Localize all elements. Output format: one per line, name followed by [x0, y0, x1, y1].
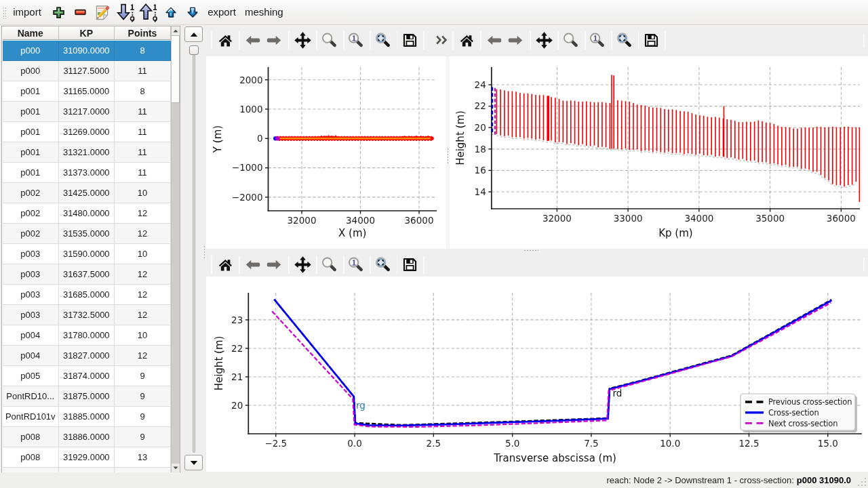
cell-points[interactable]: 9: [115, 366, 171, 386]
zoom-fit-button[interactable]: [373, 30, 392, 49]
cell-points[interactable]: 11: [115, 102, 171, 122]
move-down-button[interactable]: [185, 0, 200, 24]
table-row[interactable]: p00331637.500012: [3, 264, 171, 285]
cell-name[interactable]: p008: [3, 447, 59, 468]
cell-kp[interactable]: 31732.5000: [59, 305, 115, 325]
export-menu[interactable]: export: [207, 0, 237, 24]
table-row[interactable]: p00531874.00009: [3, 366, 171, 386]
zoom-fit-button[interactable]: [373, 255, 392, 274]
table-row[interactable]: p00031127.500011: [3, 61, 171, 81]
zoom-fit-button[interactable]: [614, 30, 633, 49]
toolbar-drag-handle[interactable]: [3, 7, 7, 19]
cell-kp[interactable]: 31535.0000: [59, 224, 115, 244]
cell-kp[interactable]: 31637.5000: [59, 264, 115, 285]
cell-points[interactable]: 12: [115, 264, 171, 285]
pan-button[interactable]: [293, 255, 312, 274]
zoom-button[interactable]: [319, 255, 338, 274]
cell-name[interactable]: PontRD10...: [3, 386, 59, 407]
table-row[interactable]: PontRD101v31885.00009: [3, 407, 171, 427]
save-button[interactable]: [400, 30, 419, 49]
cell-name[interactable]: p002: [3, 183, 59, 203]
save-button[interactable]: [642, 30, 660, 49]
move-up-button[interactable]: [163, 0, 178, 24]
cell-name[interactable]: p008: [3, 427, 59, 447]
table-row[interactable]: p00131321.000011: [3, 142, 171, 163]
table-row[interactable]: p00331590.000010: [3, 244, 171, 264]
cell-kp[interactable]: 31780.0000: [59, 325, 115, 346]
table-row[interactable]: p00831886.00009: [3, 427, 171, 447]
fig-profile-canvas[interactable]: 3200033000340003500036000141618202224Kp …: [450, 56, 868, 249]
table-row[interactable]: p00831929.000013: [3, 447, 171, 468]
cell-kp[interactable]: 31827.0000: [59, 346, 115, 366]
cross-section-slider-handle[interactable]: [189, 45, 199, 55]
forward-button[interactable]: [506, 30, 525, 49]
cell-points[interactable]: 10: [115, 325, 171, 346]
cell-points[interactable]: 11: [115, 163, 171, 183]
table-row[interactable]: p00231425.000010: [3, 183, 171, 203]
home-button[interactable]: [216, 255, 235, 274]
fig-cross-canvas[interactable]: −2.50.02.55.07.510.012.515.020212223Tran…: [206, 277, 868, 472]
cell-name[interactable]: p003: [3, 264, 59, 285]
table-row[interactable]: p00131165.00008: [3, 81, 171, 102]
cell-points[interactable]: 8: [115, 41, 171, 61]
cell-name[interactable]: p004: [3, 346, 59, 366]
scroll-up-button[interactable]: [172, 26, 180, 35]
table-row[interactable]: PontRD10...31875.00009: [3, 386, 171, 407]
cell-kp[interactable]: 31217.0000: [59, 102, 115, 122]
zoom-one-button[interactable]: [588, 30, 607, 49]
table-row[interactable]: p00231480.000012: [3, 203, 171, 224]
zoom-button[interactable]: [319, 30, 338, 49]
zoom-one-button[interactable]: [347, 255, 366, 274]
column-header-name[interactable]: Name: [3, 26, 59, 40]
cell-kp[interactable]: 31875.0000: [59, 386, 115, 407]
window-resize-grip[interactable]: [857, 477, 867, 487]
cell-kp[interactable]: 31929.0000: [59, 447, 115, 468]
home-button[interactable]: [216, 30, 235, 49]
cell-name[interactable]: p003: [3, 244, 59, 264]
cell-points[interactable]: 12: [115, 224, 171, 244]
cell-points[interactable]: 12: [115, 305, 171, 325]
sort-descending-button[interactable]: [117, 0, 134, 24]
cell-kp[interactable]: 31425.0000: [59, 183, 115, 203]
cell-kp[interactable]: 31885.0000: [59, 407, 115, 427]
pan-button[interactable]: [534, 30, 553, 49]
cell-name[interactable]: p002: [3, 203, 59, 224]
cell-points[interactable]: 9: [115, 427, 171, 447]
cell-points[interactable]: 13: [115, 447, 171, 468]
zoom-button[interactable]: [561, 30, 580, 49]
cell-name[interactable]: p001: [3, 81, 59, 102]
scrollbar-thumb[interactable]: [172, 35, 180, 103]
table-row[interactable]: p00131217.000011: [3, 102, 171, 122]
back-button[interactable]: [243, 255, 262, 274]
table-row[interactable]: p00431827.000012: [3, 346, 171, 366]
cell-kp[interactable]: 31127.5000: [59, 61, 115, 81]
table-row[interactable]: p00131373.000011: [3, 163, 171, 183]
cell-name[interactable]: p004: [3, 325, 59, 346]
cell-name[interactable]: p001: [3, 163, 59, 183]
pan-button[interactable]: [293, 30, 312, 49]
save-button[interactable]: [400, 255, 419, 274]
scroll-down-button[interactable]: [172, 464, 180, 472]
previous-cross-section-button[interactable]: [184, 26, 203, 42]
cell-points[interactable]: 10: [115, 244, 171, 264]
cell-name[interactable]: p001: [3, 122, 59, 142]
toolbar-drag-handle[interactable]: [203, 245, 205, 258]
cell-name[interactable]: p005: [3, 366, 59, 386]
cell-points[interactable]: 11: [115, 61, 171, 81]
cell-name[interactable]: p003: [3, 285, 59, 305]
cell-kp[interactable]: 31874.0000: [59, 366, 115, 386]
cell-points[interactable]: 11: [115, 142, 171, 163]
column-header-points[interactable]: Points: [115, 26, 171, 40]
cell-name[interactable]: p001: [3, 142, 59, 163]
forward-button[interactable]: [264, 255, 283, 274]
sort-ascending-button[interactable]: [139, 0, 157, 24]
cell-name[interactable]: p002: [3, 224, 59, 244]
cell-kp[interactable]: 31165.0000: [59, 81, 115, 102]
cell-points[interactable]: 11: [115, 122, 171, 142]
cell-points[interactable]: 8: [115, 81, 171, 102]
cell-kp[interactable]: 31090.0000: [59, 41, 115, 61]
add-cross-section-button[interactable]: [51, 0, 66, 24]
remove-cross-section-button[interactable]: [73, 0, 87, 24]
column-header-kp[interactable]: KP: [59, 26, 115, 40]
cell-points[interactable]: 12: [115, 346, 171, 366]
